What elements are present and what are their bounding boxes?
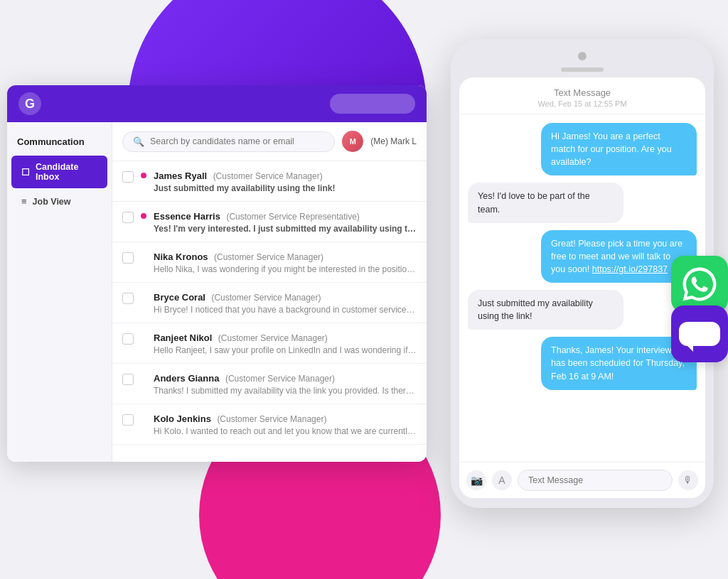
candidate-dot [141, 416, 146, 421]
sms-icon[interactable]: SMS [671, 305, 728, 362]
app-body: Communcation ☐ Candidate Inbox ≡ Job Vie… [7, 122, 427, 462]
candidate-checkbox[interactable] [122, 212, 134, 223]
candidate-name: Ranjeet Nikol [154, 332, 212, 343]
msg-input-bar: 📷 A 🎙 [459, 462, 705, 498]
app-icon-btn[interactable]: A [492, 470, 512, 490]
candidate-checkbox[interactable] [122, 293, 134, 304]
candidate-role: (Customer Service Manager) [214, 252, 323, 262]
candidate-checkbox[interactable] [122, 252, 134, 264]
candidate-item[interactable]: Nika Kronos (Customer Service Manager) H… [112, 242, 427, 283]
search-icon: 🔍 [133, 136, 144, 147]
candidate-name: Bryce Coral [154, 292, 205, 303]
candidate-checkbox[interactable] [122, 333, 134, 345]
search-input[interactable] [150, 136, 324, 146]
candidate-preview: Thanks! I submitted my availability via … [154, 386, 417, 396]
phone-camera [578, 52, 587, 60]
candidate-name: Kolo Jenkins [154, 413, 211, 424]
candidate-role: (Customer Service Representative) [226, 212, 359, 222]
phone-speaker [561, 67, 604, 72]
candidate-item[interactable]: Bryce Coral (Customer Service Manager) H… [112, 283, 427, 323]
candidate-preview: Hello Nika, I was wondering if you might… [154, 264, 417, 274]
user-label: (Me) Mark L [370, 136, 417, 146]
inbox-icon: ☐ [21, 167, 30, 178]
message-bubble: Yes! I'd love to be part of the team. [468, 183, 623, 222]
sidebar-item-label: Candidate Inbox [36, 162, 97, 182]
candidate-dot [141, 213, 146, 219]
candidate-info: Bryce Coral (Customer Service Manager) H… [154, 291, 417, 315]
candidate-name: Essence Harris [154, 211, 220, 222]
messages-area: Hi James! You are a perfect match for ou… [459, 114, 705, 462]
candidate-dot [141, 254, 146, 259]
sidebar-item-candidate-inbox[interactable]: ☐ Candidate Inbox [11, 156, 107, 188]
candidate-preview: Yes! I'm very interested. I just submitt… [154, 224, 417, 234]
message-bubble: Just submitted my availability using the… [468, 290, 623, 330]
candidate-info: Essence Harris (Customer Service Represe… [154, 210, 417, 234]
msg-header-date: Wed, Feb 15 at 12:55 PM [466, 99, 698, 108]
phone-inner: Text Message Wed, Feb 15 at 12:55 PM Hi … [459, 77, 705, 498]
message-input[interactable] [518, 470, 673, 491]
candidate-dot [141, 294, 146, 300]
navbar-pill [330, 94, 415, 114]
candidate-role: (Customer Service Manager) [225, 374, 335, 384]
candidate-name: Anders Gianna [154, 373, 219, 384]
candidate-item[interactable]: Kolo Jenkins (Customer Service Manager) … [112, 404, 427, 445]
voice-icon-btn[interactable]: 🎙 [678, 470, 698, 490]
candidate-preview: Hi Kolo. I wanted to reach out and let y… [154, 426, 417, 436]
candidate-name: James Ryall [154, 171, 207, 181]
message-link[interactable]: https://gt.io/297837 [592, 264, 668, 274]
msg-header-title: Text Message [466, 87, 698, 98]
main-content: 🔍 M (Me) Mark L James Ryall (Customer Se… [112, 122, 427, 462]
candidate-preview: Hi Bryce! I noticed that you have a back… [154, 305, 417, 315]
candidate-info: Ranjeet Nikol (Customer Service Manager)… [154, 331, 417, 355]
candidate-checkbox[interactable] [122, 374, 134, 385]
app-card: G Communcation ☐ Candidate Inbox ≡ Job V… [7, 85, 427, 462]
candidate-dot [141, 375, 146, 381]
candidate-info: Kolo Jenkins (Customer Service Manager) … [154, 412, 417, 436]
candidate-checkbox[interactable] [122, 414, 134, 426]
whatsapp-icon[interactable] [671, 256, 728, 313]
sidebar: Communcation ☐ Candidate Inbox ≡ Job Vie… [7, 122, 112, 462]
candidate-role: (Customer Service Manager) [217, 414, 326, 424]
sidebar-item-label: Job View [33, 197, 71, 207]
message-bubble: Hi James! You are a perfect match for ou… [541, 123, 697, 175]
list-icon: ≡ [21, 196, 27, 207]
candidate-info: James Ryall (Customer Service Manager) J… [154, 169, 417, 193]
msg-header: Text Message Wed, Feb 15 at 12:55 PM [459, 77, 705, 114]
navbar: G [7, 85, 427, 122]
sidebar-item-job-view[interactable]: ≡ Job View [11, 190, 107, 213]
candidate-checkbox[interactable] [122, 171, 134, 183]
app-logo: G [18, 92, 41, 115]
candidate-item[interactable]: Ranjeet Nikol (Customer Service Manager)… [112, 323, 427, 364]
candidate-dot [141, 173, 146, 178]
candidate-list: James Ryall (Customer Service Manager) J… [112, 161, 427, 462]
candidate-role: (Customer Service Manager) [211, 293, 321, 303]
candidate-item[interactable]: Anders Gianna (Customer Service Manager)… [112, 364, 427, 404]
candidate-dot [141, 335, 146, 340]
whatsapp-svg [682, 266, 717, 302]
sidebar-title: Communcation [7, 131, 112, 156]
candidate-item[interactable]: Essence Harris (Customer Service Represe… [112, 202, 427, 242]
candidate-role: (Customer Service Manager) [213, 171, 323, 181]
sms-label: SMS [687, 328, 712, 340]
candidate-role: (Customer Service Manager) [218, 333, 328, 343]
candidate-item[interactable]: James Ryall (Customer Service Manager) J… [112, 161, 427, 202]
avatar: M [342, 131, 363, 152]
candidate-info: Nika Kronos (Customer Service Manager) H… [154, 250, 417, 274]
candidate-name: Nika Kronos [154, 251, 208, 262]
candidate-preview: Just submitted my availability using the… [154, 183, 417, 193]
search-bar: 🔍 M (Me) Mark L [112, 122, 427, 161]
candidate-preview: Hello Ranjeet, I saw your profile on Lin… [154, 345, 417, 355]
camera-icon-btn[interactable]: 📷 [466, 470, 486, 490]
search-input-wrap[interactable]: 🔍 [122, 131, 335, 152]
candidate-info: Anders Gianna (Customer Service Manager)… [154, 372, 417, 396]
